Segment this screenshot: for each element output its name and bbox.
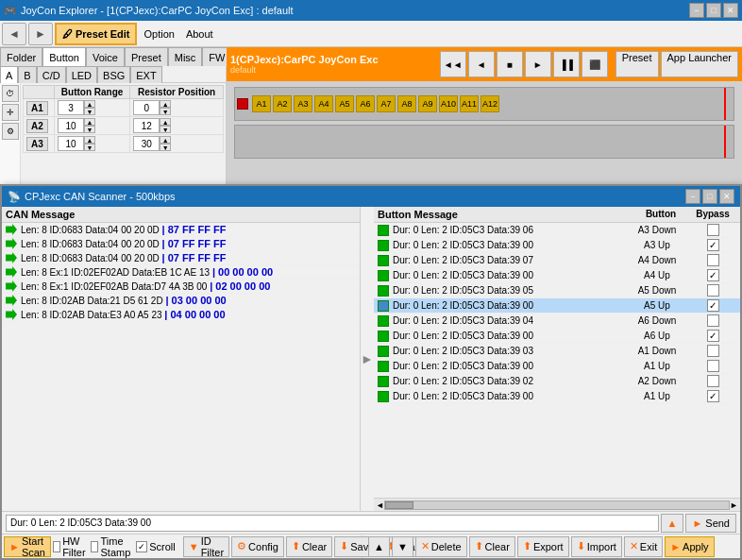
- list-item[interactable]: Dur: 0 Len: 2 ID:05C3 Data:39 00 A1 Up: [374, 389, 740, 404]
- position-up[interactable]: ▲: [160, 136, 171, 144]
- subtab-a[interactable]: A: [0, 66, 18, 83]
- up-arrow-btn[interactable]: ▲: [661, 514, 684, 533]
- list-item[interactable]: Dur: 0 Len: 2 ID:05C3 Data:39 06 A3 Down: [374, 223, 740, 238]
- app-launcher-button[interactable]: App Launcher: [661, 51, 739, 77]
- apply-button[interactable]: ► Apply: [665, 536, 714, 557]
- skip-back-button[interactable]: ◄◄: [440, 51, 466, 77]
- list-item[interactable]: Dur: 0 Len: 2 ID:05C3 Data:39 00 A6 Up: [374, 329, 740, 344]
- subtab-b[interactable]: B: [18, 66, 36, 83]
- scrollbar-track[interactable]: [384, 501, 730, 510]
- tab-misc[interactable]: Misc: [168, 47, 203, 66]
- clear-right-button[interactable]: ⬆ Clear: [469, 536, 515, 557]
- subtab-cd[interactable]: C/D: [37, 66, 66, 83]
- preset-block[interactable]: A10: [439, 95, 458, 112]
- preset-block[interactable]: A2: [273, 95, 292, 112]
- preset-edit-button[interactable]: 🖊 Preset Edit: [55, 23, 137, 45]
- bypass-checkbox[interactable]: [707, 299, 719, 312]
- tab-voice[interactable]: Voice: [86, 47, 125, 66]
- list-item[interactable]: Dur: 0 Len: 2 ID:05C3 Data:39 00 A4 Up: [374, 268, 740, 283]
- list-item[interactable]: Len: 8 ID:02AB Data:21 D5 61 2D | 03 00 …: [2, 294, 360, 308]
- move-down-button[interactable]: ▼: [392, 536, 413, 557]
- pause-button[interactable]: ▐▐: [553, 51, 580, 77]
- list-item[interactable]: Dur: 0 Len: 2 ID:05C3 Data:39 02 A2 Down: [374, 374, 740, 389]
- send-button[interactable]: ► Send: [685, 514, 736, 533]
- bypass-checkbox[interactable]: [707, 345, 719, 357]
- preset-button[interactable]: Preset: [616, 51, 659, 77]
- list-item[interactable]: Dur: 0 Len: 2 ID:05C3 Data:39 00 A1 Up: [374, 359, 740, 374]
- about-menu[interactable]: About: [181, 23, 218, 45]
- list-item[interactable]: Dur: 0 Len: 2 ID:05C3 Data:39 07 A4 Down: [374, 253, 740, 268]
- range-down[interactable]: ▼: [84, 126, 95, 133]
- range-up[interactable]: ▲: [84, 118, 95, 126]
- preset-block[interactable]: A9: [418, 95, 437, 112]
- position-input[interactable]: [133, 136, 160, 151]
- bypass-checkbox[interactable]: [707, 375, 719, 387]
- preset-block[interactable]: A6: [356, 95, 375, 112]
- list-item[interactable]: Dur: 0 Len: 2 ID:05C3 Data:39 03 A1 Down: [374, 344, 740, 359]
- maximize-button[interactable]: □: [706, 3, 721, 18]
- status-input[interactable]: [6, 515, 659, 532]
- nav-prev-button[interactable]: ◄: [2, 23, 26, 45]
- list-item[interactable]: Dur: 0 Len: 2 ID:05C3 Data:39 05 A5 Down: [374, 283, 740, 298]
- scanner-minimize[interactable]: −: [685, 189, 700, 204]
- preset-block[interactable]: A12: [481, 95, 499, 112]
- config-button[interactable]: ⚙ Config: [231, 536, 284, 557]
- position-up[interactable]: ▲: [160, 118, 171, 126]
- position-down[interactable]: ▼: [160, 108, 171, 115]
- bypass-checkbox[interactable]: [707, 269, 719, 281]
- stop-button[interactable]: ■: [497, 51, 523, 77]
- can-messages-list[interactable]: Len: 8 ID:0683 Data:04 00 20 0D | 87 FF …: [2, 223, 360, 511]
- list-item[interactable]: Len: 8 ID:0683 Data:04 00 20 0D | 87 FF …: [2, 223, 360, 237]
- scanner-close[interactable]: ✕: [719, 189, 734, 204]
- list-item[interactable]: Dur: 0 Len: 2 ID:05C3 Data:39 00 A5 Up: [374, 298, 740, 314]
- range-input[interactable]: [58, 100, 84, 115]
- move-icon-btn[interactable]: ✛: [2, 104, 19, 121]
- position-down[interactable]: ▼: [160, 144, 171, 151]
- nav-next-button[interactable]: ►: [28, 23, 53, 45]
- scroll-right-icon[interactable]: ►: [730, 501, 738, 510]
- option-menu[interactable]: Option: [139, 23, 178, 45]
- bypass-checkbox[interactable]: [707, 314, 719, 327]
- list-item[interactable]: Len: 8 ID:0683 Data:04 00 20 0D | 07 FF …: [2, 237, 360, 251]
- preset-block[interactable]: A11: [460, 95, 479, 112]
- range-input[interactable]: [58, 118, 84, 133]
- export-button[interactable]: ⬆ Export: [517, 536, 569, 557]
- preset-block[interactable]: A8: [397, 95, 416, 112]
- start-scan-button[interactable]: ► Start Scan: [4, 536, 51, 557]
- list-item[interactable]: Len: 8 Ex:1 ID:02EF02AB Data:D7 4A 3B 00…: [2, 280, 360, 294]
- hw-filter-check[interactable]: [53, 541, 60, 552]
- preset-block[interactable]: A4: [314, 95, 333, 112]
- subtab-bsg[interactable]: BSG: [97, 66, 130, 83]
- range-up[interactable]: ▲: [84, 136, 95, 144]
- position-input[interactable]: [133, 118, 160, 133]
- preset-block[interactable]: A7: [377, 95, 396, 112]
- list-item[interactable]: Dur: 0 Len: 2 ID:05C3 Data:39 00 A3 Up: [374, 238, 740, 253]
- btn-scrollbar[interactable]: ◄ ►: [374, 498, 740, 511]
- preset-block[interactable]: A5: [335, 95, 354, 112]
- button-messages-list[interactable]: Dur: 0 Len: 2 ID:05C3 Data:39 06 A3 Down…: [374, 223, 740, 498]
- scroll-left-icon[interactable]: ◄: [376, 501, 384, 510]
- tab-button[interactable]: Button: [42, 47, 86, 66]
- bypass-checkbox[interactable]: [707, 254, 719, 266]
- list-item[interactable]: Len: 8 ID:0683 Data:04 00 20 0D | 07 FF …: [2, 251, 360, 265]
- play-button[interactable]: ►: [525, 51, 551, 77]
- position-down[interactable]: ▼: [160, 126, 171, 133]
- preset-block[interactable]: A3: [294, 95, 312, 112]
- clock-icon-btn[interactable]: ⏱: [2, 85, 19, 102]
- tab-preset[interactable]: Preset: [125, 47, 168, 66]
- position-up[interactable]: ▲: [160, 100, 171, 108]
- preset-block[interactable]: A1: [252, 95, 271, 112]
- scanner-maximize[interactable]: □: [702, 189, 717, 204]
- scroll-check[interactable]: [136, 541, 147, 552]
- subtab-ext[interactable]: EXT: [130, 66, 161, 83]
- list-item[interactable]: Dur: 0 Len: 2 ID:05C3 Data:39 04 A6 Down: [374, 314, 740, 329]
- move-up-button[interactable]: ▲: [368, 536, 390, 557]
- id-filter-button[interactable]: ▼ ID Filter: [183, 536, 229, 557]
- import-button[interactable]: ⬇ Import: [571, 536, 622, 557]
- minimize-button[interactable]: −: [689, 3, 704, 18]
- bypass-checkbox[interactable]: [707, 330, 719, 342]
- range-up[interactable]: ▲: [84, 100, 95, 108]
- scrollbar-thumb[interactable]: [385, 501, 413, 509]
- close-button[interactable]: ✕: [723, 3, 738, 18]
- list-item[interactable]: Len: 8 Ex:1 ID:02EF02AD Data:EB 1C AE 13…: [2, 265, 360, 280]
